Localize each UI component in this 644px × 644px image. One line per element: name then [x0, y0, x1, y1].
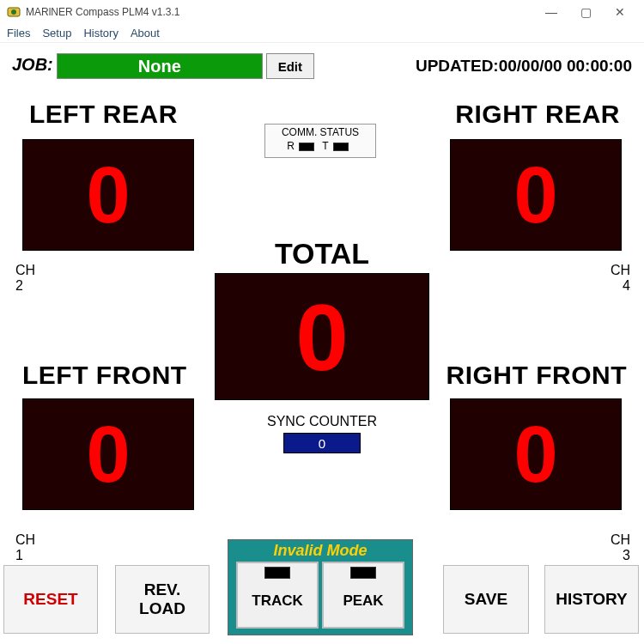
menu-setup[interactable]: Setup	[42, 27, 71, 39]
ch-num: 4	[623, 278, 630, 293]
ch-label: CH	[611, 532, 630, 547]
minimize-button[interactable]: —	[534, 2, 568, 22]
job-label: JOB:	[12, 53, 57, 79]
peak-button[interactable]: PEAK	[322, 562, 404, 629]
history-button[interactable]: HISTORY	[544, 565, 639, 634]
mode-header: Invalid Mode	[228, 540, 412, 560]
total-label: TOTAL	[0, 237, 644, 270]
window-title: MARlNER Compass PLM4 v1.3.1	[26, 6, 534, 18]
mode-box: Invalid Mode TRACK PEAK	[228, 539, 413, 635]
job-field[interactable]: None	[57, 53, 263, 79]
right-rear-lcd: 0	[450, 139, 622, 251]
comm-t-label: T	[322, 140, 328, 152]
sync-value: 0	[283, 433, 361, 453]
sync-label: SYNC COUNTER	[0, 414, 644, 429]
close-button[interactable]: ✕	[603, 2, 637, 22]
menubar: Files Setup History About	[0, 24, 644, 43]
content-area: JOB: None Edit UPDATED:00/00/00 00:00:00…	[0, 43, 644, 644]
total-lcd: 0	[215, 273, 429, 400]
updated-value: 00/00/00 00:00:00	[499, 57, 632, 76]
peak-label: PEAK	[343, 592, 383, 610]
ch-label: CH	[15, 532, 35, 547]
updated-readout: UPDATED:00/00/00 00:00:00	[416, 53, 632, 79]
svg-point-1	[11, 9, 16, 15]
track-label: TRACK	[252, 592, 303, 610]
titlebar: MARlNER Compass PLM4 v1.3.1 — ▢ ✕	[0, 0, 644, 24]
job-row: JOB: None Edit UPDATED:00/00/00 00:00:00	[12, 53, 632, 79]
track-button[interactable]: TRACK	[236, 562, 319, 629]
maximize-button[interactable]: ▢	[568, 2, 603, 22]
reset-button[interactable]: RESET	[3, 565, 98, 634]
menu-files[interactable]: Files	[7, 27, 30, 39]
right-front-label: RIGHT FRONT	[447, 361, 627, 390]
comm-r-indicator	[299, 143, 314, 151]
app-icon	[7, 5, 21, 19]
left-front-ch: CH 1	[15, 532, 35, 563]
ch-num: 2	[15, 278, 23, 293]
comm-status-box: COMM. STATUS R T	[264, 124, 376, 158]
menu-history[interactable]: History	[83, 27, 118, 39]
right-rear-label: RIGHT REAR	[455, 100, 620, 129]
edit-button[interactable]: Edit	[266, 53, 314, 79]
save-button[interactable]: SAVE	[443, 565, 529, 634]
ch-num: 3	[623, 548, 630, 562]
menu-about[interactable]: About	[131, 27, 160, 39]
updated-label: UPDATED:	[416, 57, 499, 76]
track-lamp-icon	[264, 567, 290, 579]
comm-r-label: R	[287, 140, 295, 152]
left-rear-label: LEFT REAR	[29, 100, 178, 129]
right-front-ch: CH 3	[611, 532, 630, 563]
ch-num: 1	[15, 548, 23, 562]
comm-title: COMM. STATUS	[265, 126, 375, 138]
rev-load-button[interactable]: REV. LOAD	[115, 565, 210, 634]
left-rear-lcd: 0	[22, 139, 194, 251]
peak-lamp-icon	[350, 567, 376, 579]
left-front-label: LEFT FRONT	[22, 361, 187, 390]
sync-counter: SYNC COUNTER 0	[0, 414, 644, 453]
comm-t-indicator	[333, 143, 349, 151]
